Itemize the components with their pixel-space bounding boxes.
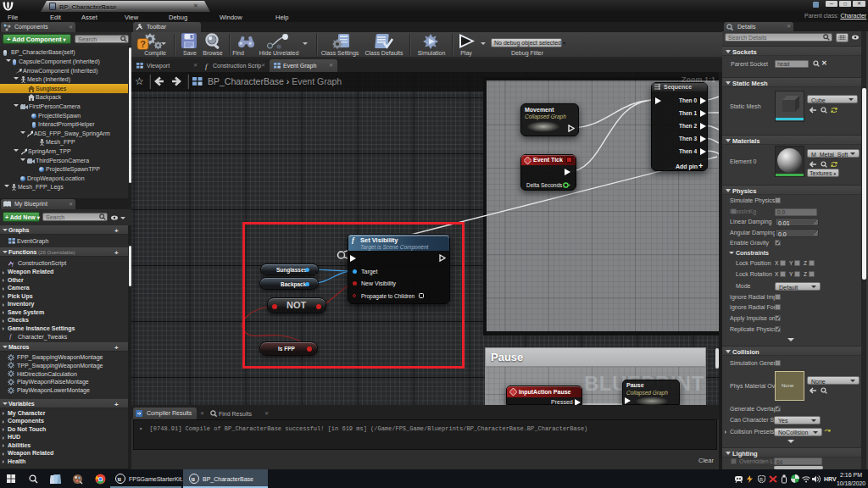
svg-text:f: f	[9, 333, 13, 340]
svg-text:f: f	[12, 261, 14, 267]
svg-text:u: u	[192, 475, 196, 483]
svg-text:?: ?	[140, 39, 146, 49]
svg-text:B: B	[760, 477, 763, 482]
svg-text:u: u	[118, 475, 122, 483]
